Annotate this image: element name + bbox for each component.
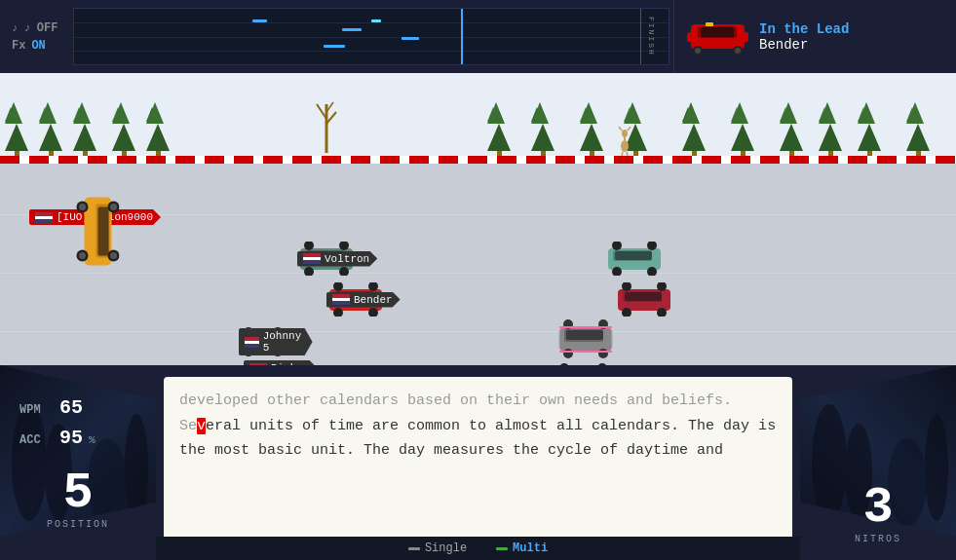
leader-lead-label: In the Lead <box>759 21 944 37</box>
piano-note <box>342 28 362 31</box>
nitros-display: 3 NITROS <box>855 483 901 544</box>
flag-fusion9000 <box>35 212 53 223</box>
flag-bishop <box>249 363 267 366</box>
leader-car-icon <box>686 15 749 58</box>
piano-playhead <box>461 9 463 64</box>
player-voltron-area: Voltron <box>297 242 356 276</box>
fx-state: ON <box>31 39 45 53</box>
tree <box>731 120 754 161</box>
wpm-label: WPM <box>19 403 54 417</box>
leader-name: Bender <box>759 37 944 53</box>
tree <box>858 120 881 161</box>
svg-point-16 <box>622 130 628 137</box>
svg-rect-7 <box>687 32 693 42</box>
music-icon: ♪ <box>12 22 19 34</box>
untyped-text: eral units of time are common to almost … <box>179 418 776 460</box>
car-right-2 <box>615 282 673 321</box>
tree <box>682 120 706 161</box>
svg-point-74 <box>598 349 608 358</box>
svg-line-18 <box>628 127 631 131</box>
player-bender-area: Bender <box>326 282 385 317</box>
svg-point-31 <box>110 252 117 259</box>
tree <box>487 120 511 161</box>
svg-point-27 <box>79 252 86 259</box>
svg-rect-43 <box>615 251 652 260</box>
svg-rect-2 <box>701 27 734 37</box>
car-fusion9000 <box>76 193 120 271</box>
audio-controls: ♪ ♪ OFF Fx ON <box>0 0 69 73</box>
flag-bender <box>332 294 350 305</box>
player-fusion9000-area: [IUO]fusion9000 <box>29 209 136 258</box>
tab-multi-label: Multi <box>513 541 548 555</box>
tab-bar: Single Multi <box>156 537 800 560</box>
label-bender: Bender <box>326 292 401 308</box>
svg-point-73 <box>563 349 573 358</box>
tab-multi[interactable]: Multi <box>496 541 548 555</box>
svg-point-25 <box>79 204 86 210</box>
name-johnny5: Johnny 5 <box>263 330 305 354</box>
typing-area[interactable]: developed other calendars based on their… <box>164 377 792 548</box>
name-bender: Bender <box>354 294 393 306</box>
tab-single-label: Single <box>425 541 467 555</box>
svg-rect-8 <box>743 32 748 42</box>
position-display: 5 POSITION <box>19 468 136 530</box>
hud-right: 3 NITROS <box>800 365 956 560</box>
tree <box>112 120 135 161</box>
lane-marker <box>0 331 956 332</box>
wpm-stat: WPM 65 <box>19 396 136 419</box>
dead-tree <box>312 85 341 158</box>
svg-point-29 <box>110 204 117 210</box>
car-right-1 <box>605 242 664 280</box>
label-voltron: Voltron <box>297 251 377 267</box>
piano-note <box>252 19 267 22</box>
piano-note <box>402 37 419 40</box>
road-stripe <box>0 156 956 164</box>
wpm-value: 65 <box>59 396 83 419</box>
music-state: OFF <box>37 21 58 35</box>
name-bishop: Bishop <box>271 362 310 365</box>
road: [IUO]fusion9000 Voltron <box>0 156 956 365</box>
flag-johnny5 <box>245 337 259 348</box>
svg-point-84 <box>559 363 569 365</box>
scenery <box>0 73 956 166</box>
player-johnny5-area: Johnny 5 <box>239 326 287 357</box>
leader-info: In the Lead Bender <box>759 21 944 53</box>
lane-marker <box>0 273 956 274</box>
svg-rect-59 <box>625 292 662 301</box>
current-char: v <box>197 418 206 434</box>
flag-voltron <box>303 253 321 264</box>
piano-note <box>324 45 345 48</box>
car-right-4 <box>552 363 615 365</box>
name-voltron: Voltron <box>325 253 369 265</box>
label-bishop: Bishop <box>244 360 318 365</box>
top-bar: ♪ ♪ OFF Fx ON FINISH <box>0 0 956 73</box>
nitros-value: 3 <box>862 483 893 534</box>
acc-value: 95 <box>59 427 83 449</box>
position-value: 5 <box>62 468 93 519</box>
tree <box>5 120 28 161</box>
position-label: POSITION <box>47 519 109 530</box>
svg-point-85 <box>597 363 607 365</box>
acc-unit: % <box>89 434 96 446</box>
piano-note <box>371 19 381 22</box>
fx-toggle[interactable]: Fx ON <box>12 39 57 53</box>
tree <box>780 120 803 161</box>
tab-single-indicator <box>408 547 420 550</box>
tree <box>580 120 603 161</box>
piano-roll: FINISH <box>73 8 669 65</box>
svg-point-14 <box>621 140 629 152</box>
acc-label: ACC <box>19 433 54 447</box>
svg-rect-23 <box>98 207 109 256</box>
finish-label: FINISH <box>641 9 661 64</box>
tab-multi-indicator <box>496 547 508 550</box>
leader-panel: In the Lead Bender <box>673 0 956 73</box>
svg-line-17 <box>619 127 622 131</box>
tree <box>819 120 842 161</box>
music-toggle[interactable]: ♪ ♪ OFF <box>12 21 57 35</box>
car-right-3 <box>556 319 615 363</box>
hud: WPM 65 ACC 95 % 5 POSITION developed oth… <box>0 365 956 560</box>
svg-rect-9 <box>706 22 713 26</box>
svg-rect-72 <box>566 330 603 340</box>
tab-single[interactable]: Single <box>408 541 467 555</box>
hud-left: WPM 65 ACC 95 % 5 POSITION <box>0 365 156 560</box>
